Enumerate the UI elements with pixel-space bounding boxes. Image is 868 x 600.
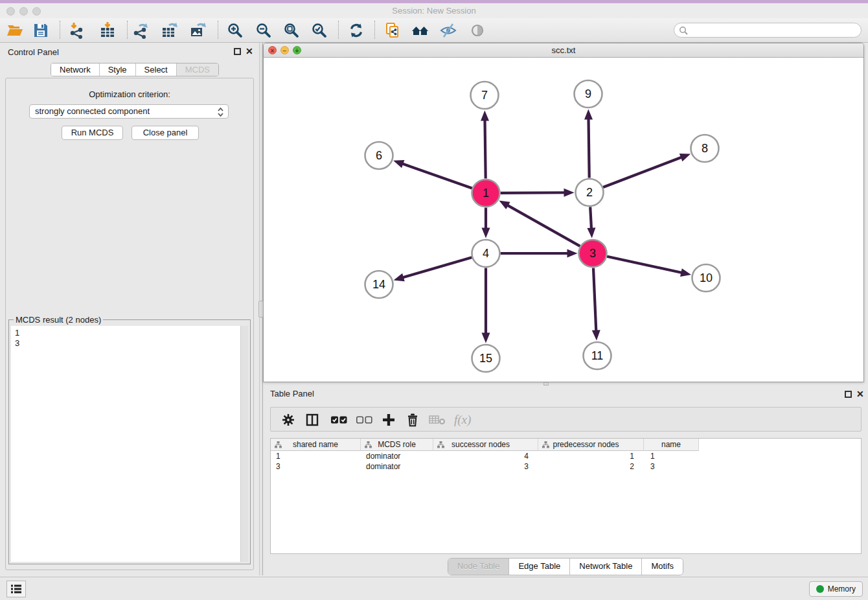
zoom-fit-icon[interactable] xyxy=(282,21,301,40)
column-header[interactable]: MCDS role xyxy=(361,439,433,451)
tab-select[interactable]: Select xyxy=(136,63,177,76)
graph-edge[interactable] xyxy=(485,119,485,178)
mcds-result-group: MCDS result (2 nodes) 1 3 xyxy=(8,319,251,564)
save-session-icon[interactable] xyxy=(32,21,50,40)
optimization-criterion-select[interactable]: strongly connected component xyxy=(29,104,229,119)
table-panel: Table Panel ✕ f(x) shared name M xyxy=(263,386,868,575)
edge-arrowhead xyxy=(481,110,489,121)
mcds-result-text[interactable]: 1 3 xyxy=(11,326,240,562)
tab-node-table[interactable]: Node Table xyxy=(448,559,510,575)
toolbar-separator xyxy=(127,21,128,39)
graph-edge[interactable] xyxy=(603,157,683,187)
add-column-icon[interactable] xyxy=(382,411,396,429)
export-table-icon[interactable] xyxy=(161,21,179,40)
table-cell: 1 xyxy=(644,451,699,461)
home-layout-icon[interactable] xyxy=(411,21,429,40)
graph-node-label: 9 xyxy=(585,87,591,100)
control-panel-title: Control Panel xyxy=(8,47,59,57)
column-header[interactable]: shared name xyxy=(271,439,361,451)
hide-graphics-details-icon[interactable] xyxy=(439,21,457,40)
delete-table-icon[interactable] xyxy=(429,411,446,429)
tab-network[interactable]: Network xyxy=(51,63,100,76)
memory-button[interactable]: Memory xyxy=(809,581,863,597)
close-panel-button[interactable]: Close panel xyxy=(131,126,199,140)
tab-mcds[interactable]: MCDS xyxy=(177,63,218,76)
zoom-out-icon[interactable] xyxy=(255,21,273,40)
column-header[interactable]: predecessor nodes xyxy=(538,439,644,451)
tab-motifs[interactable]: Motifs xyxy=(642,559,683,575)
column-header[interactable]: successor nodes xyxy=(433,439,538,451)
table-cell: 2 xyxy=(538,461,644,472)
graph-edge[interactable] xyxy=(402,257,472,278)
table-cell: 1 xyxy=(271,451,361,461)
close-panel-icon[interactable]: ✕ xyxy=(856,388,864,400)
tab-style[interactable]: Style xyxy=(100,63,136,76)
graph-edge[interactable] xyxy=(593,268,596,332)
graph-edge[interactable] xyxy=(590,207,591,229)
export-image-icon[interactable] xyxy=(189,21,207,40)
export-network-icon[interactable] xyxy=(132,21,150,40)
zoom-selected-icon[interactable] xyxy=(310,21,328,40)
column-view-icon[interactable] xyxy=(305,411,319,429)
table-cell: dominator xyxy=(361,461,433,472)
table-options-gear-icon[interactable] xyxy=(281,411,295,429)
import-network-icon[interactable] xyxy=(67,21,86,40)
network-window: × − + scc.txt 1234678910111415 xyxy=(263,43,864,382)
control-panel-tabs: Network Style Select MCDS xyxy=(51,63,219,76)
graph-node-label: 6 xyxy=(376,149,382,162)
table-body: 1dominator4113dominator323 xyxy=(271,451,861,472)
memory-label: Memory xyxy=(828,584,856,594)
graph-edge[interactable] xyxy=(607,257,683,273)
select-value: strongly connected component xyxy=(35,106,150,116)
close-panel-icon[interactable]: ✕ xyxy=(246,45,253,57)
network-window-titlebar[interactable]: × − + scc.txt xyxy=(264,43,863,58)
table-cell: 4 xyxy=(433,451,538,461)
graph-node-label: 2 xyxy=(586,186,593,199)
run-mcds-button[interactable]: Run MCDS xyxy=(62,126,123,140)
column-header[interactable]: name xyxy=(644,439,699,451)
node-table[interactable]: shared name MCDS role successor nodes pr… xyxy=(270,438,862,554)
graph-edge[interactable] xyxy=(507,205,580,246)
toolbar-separator xyxy=(218,21,218,39)
table-tabs: Node Table Edge Table Network Table Moti… xyxy=(263,558,868,575)
graph-node-label: 14 xyxy=(372,278,385,291)
table-row[interactable]: 3dominator323 xyxy=(271,461,861,472)
tab-edge-table[interactable]: Edge Table xyxy=(509,559,570,575)
unselect-all-columns-icon[interactable] xyxy=(356,411,373,429)
control-panel: Control Panel ✕ Network Style Select MCD… xyxy=(0,43,259,575)
svg-text:f(x): f(x) xyxy=(454,413,471,427)
table-row[interactable]: 1dominator411 xyxy=(271,451,861,461)
list-icon xyxy=(10,584,22,594)
float-panel-icon[interactable] xyxy=(845,391,852,398)
app-titlebar: Session: New Session xyxy=(0,3,868,18)
table-panel-title: Table Panel xyxy=(270,389,314,398)
graph-edge[interactable] xyxy=(588,117,589,178)
table-cell: 3 xyxy=(271,461,361,472)
table-cell: 1 xyxy=(538,451,644,461)
table-header-row: shared name MCDS role successor nodes pr… xyxy=(271,439,699,451)
tab-network-table[interactable]: Network Table xyxy=(570,559,642,575)
float-panel-icon[interactable] xyxy=(234,48,241,55)
table-cell: 3 xyxy=(433,461,538,472)
zoom-in-icon[interactable] xyxy=(226,21,244,40)
toolbar-separator xyxy=(338,21,339,39)
search-input[interactable] xyxy=(674,23,862,38)
open-session-icon[interactable] xyxy=(6,21,24,40)
refresh-layout-icon[interactable] xyxy=(347,21,365,40)
graph-edge[interactable] xyxy=(500,192,565,193)
table-cell: 3 xyxy=(644,461,699,472)
function-builder-icon[interactable]: f(x) xyxy=(453,411,476,429)
graph-edge[interactable] xyxy=(401,163,472,188)
import-table-icon[interactable] xyxy=(98,21,117,40)
duplicate-network-icon[interactable] xyxy=(383,21,402,40)
select-all-columns-icon[interactable] xyxy=(330,411,348,429)
delete-columns-icon[interactable] xyxy=(405,411,420,429)
edge-arrowhead xyxy=(592,330,600,340)
edge-arrowhead xyxy=(584,109,593,119)
show-eye-icon[interactable] xyxy=(468,21,486,40)
mcds-result-scrollbar[interactable] xyxy=(240,326,248,562)
task-history-button[interactable] xyxy=(6,581,26,597)
status-bar: Memory xyxy=(0,577,868,600)
network-canvas[interactable]: 1234678910111415 xyxy=(264,58,863,382)
edge-arrowhead xyxy=(680,268,691,277)
